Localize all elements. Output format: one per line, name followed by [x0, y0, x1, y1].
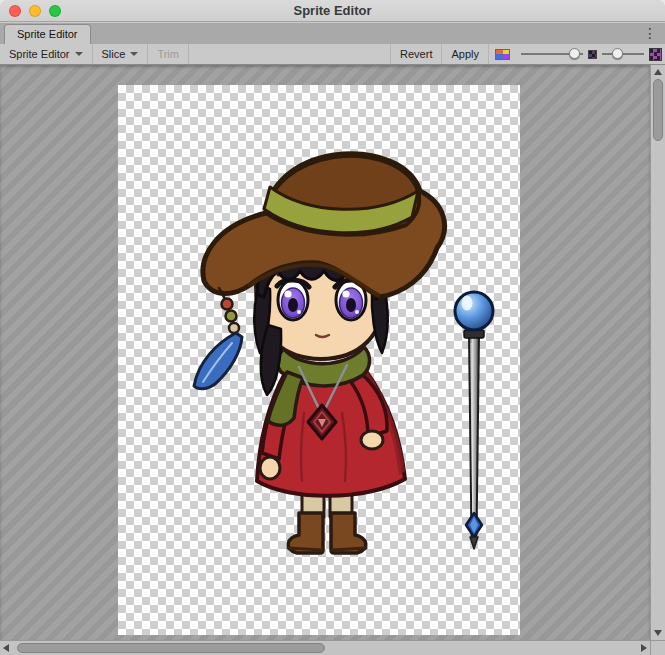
- scroll-down-arrow-icon[interactable]: [654, 630, 662, 636]
- toolbar: Sprite Editor Slice Trim Revert Apply: [0, 44, 665, 65]
- sprite-artwork: [118, 85, 520, 635]
- mip-slider[interactable]: [602, 44, 644, 64]
- mip-large-icon: [649, 48, 662, 61]
- window-title: Sprite Editor: [0, 0, 665, 22]
- chevron-down-icon: [75, 52, 83, 56]
- color-channel-toggle[interactable]: [488, 44, 516, 64]
- apply-label: Apply: [451, 48, 479, 60]
- sprite-editor-mode-dropdown[interactable]: Sprite Editor: [0, 44, 93, 64]
- slice-dropdown[interactable]: Slice: [93, 44, 149, 64]
- revert-button[interactable]: Revert: [390, 44, 441, 64]
- vertical-scrollbar[interactable]: [650, 65, 665, 640]
- tab-sprite-editor[interactable]: Sprite Editor: [4, 24, 91, 44]
- trim-button[interactable]: Trim: [148, 44, 189, 64]
- scroll-right-arrow-icon[interactable]: [641, 644, 647, 652]
- chevron-down-icon: [130, 52, 138, 56]
- mip-slider-track[interactable]: [602, 53, 644, 55]
- traffic-lights: [9, 5, 61, 17]
- apply-button[interactable]: Apply: [441, 44, 488, 64]
- tab-label: Sprite Editor: [17, 28, 78, 40]
- revert-label: Revert: [400, 48, 432, 60]
- sprite-editor-mode-label: Sprite Editor: [9, 48, 70, 60]
- staff-sprite: [455, 292, 493, 549]
- sprite-editor-window: Sprite Editor Sprite Editor ⋮ Sprite Edi…: [0, 0, 665, 655]
- horizontal-scrollbar-thumb[interactable]: [17, 643, 325, 653]
- horizontal-scrollbar[interactable]: [0, 640, 650, 655]
- zoom-slider-knob[interactable]: [569, 48, 580, 59]
- vertical-scrollbar-thumb[interactable]: [653, 79, 663, 141]
- close-button[interactable]: [9, 5, 21, 17]
- trim-label: Trim: [157, 48, 179, 60]
- scroll-left-arrow-icon[interactable]: [3, 644, 9, 652]
- sprite-canvas[interactable]: [0, 65, 650, 640]
- scrollbar-corner: [650, 640, 665, 655]
- zoom-slider[interactable]: [521, 44, 583, 64]
- kebab-menu-icon[interactable]: ⋮: [643, 23, 657, 44]
- character-sprite: [194, 154, 445, 553]
- tab-bar: Sprite Editor ⋮: [0, 23, 665, 44]
- mip-slider-knob[interactable]: [612, 48, 623, 59]
- sprite-texture[interactable]: [118, 85, 520, 635]
- titlebar[interactable]: Sprite Editor: [0, 0, 665, 22]
- scroll-up-arrow-icon[interactable]: [654, 69, 662, 75]
- slice-label: Slice: [102, 48, 126, 60]
- minimize-button[interactable]: [29, 5, 41, 17]
- mip-small-icon: [588, 50, 597, 59]
- color-swatch-icon: [495, 49, 510, 60]
- zoom-window-button[interactable]: [49, 5, 61, 17]
